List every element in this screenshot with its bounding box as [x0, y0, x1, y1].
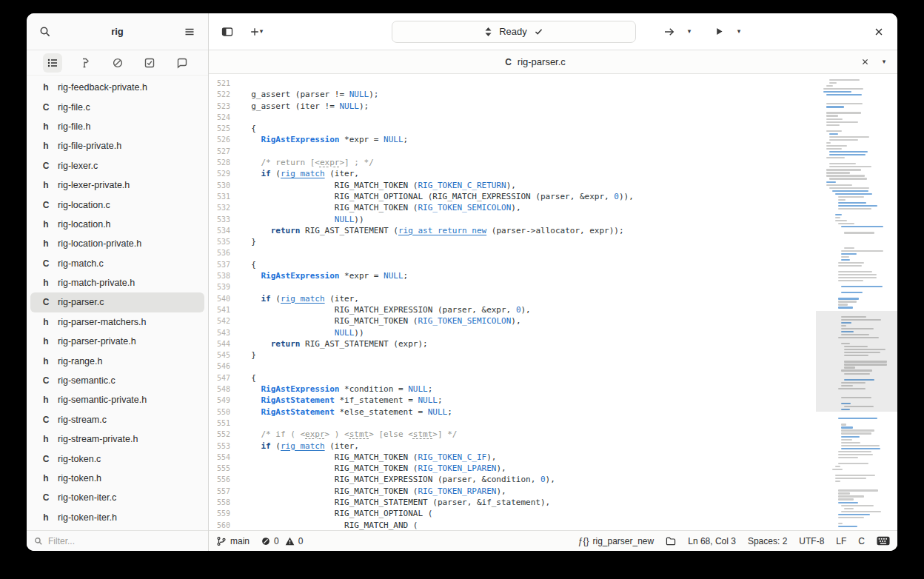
code-line-527[interactable]: 527	[209, 146, 816, 157]
minimap[interactable]	[816, 74, 897, 530]
code-line-548[interactable]: 548 RigAstExpression *condition = NULL;	[209, 384, 816, 395]
deploy-options-button[interactable]: ▾	[681, 21, 697, 43]
file-item-rig-stream.c[interactable]: Crig-stream.c	[30, 410, 204, 429]
code-line-525[interactable]: 525 {	[209, 123, 816, 134]
file-item-rig-location.c[interactable]: Crig-location.c	[30, 195, 204, 214]
file-item-rig-token.c[interactable]: Crig-token.c	[30, 449, 204, 468]
file-item-rig-lexer-private.h[interactable]: hrig-lexer-private.h	[30, 175, 204, 195]
code-line-547[interactable]: 547 {	[209, 372, 816, 384]
tab-list-dropdown-button[interactable]: ▾	[877, 53, 891, 71]
git-branch-indicator[interactable]: main	[216, 536, 250, 546]
file-item-rig-parser.c[interactable]: Crig-parser.c	[30, 292, 204, 312]
file-item-rig-token-iter.c[interactable]: Crig-token-iter.c	[30, 488, 204, 507]
code-line-558[interactable]: 558 RIG_MATCH_STATEMENT (parser, &if_sta…	[209, 497, 816, 508]
tab-project-tree[interactable]	[43, 53, 62, 73]
code-line-533[interactable]: 533 NULL))	[209, 214, 816, 225]
file-item-rig-feedback-private.h[interactable]: hrig-feedback-private.h	[30, 78, 204, 97]
code-line-554[interactable]: 554 RIG_MATCH_TOKEN (RIG_TOKEN_C_IF),	[209, 452, 816, 463]
line-ending-indicator[interactable]: LF	[836, 536, 846, 546]
code-text: RigAstExpression *expr = NULL;	[241, 134, 408, 145]
code-line-523[interactable]: 523 g_assert (iter != NULL);	[209, 101, 816, 112]
code-line-541[interactable]: 541 RIG_MATCH_EXPRESSION (parser, &expr,…	[209, 304, 816, 315]
tab-rig-parser[interactable]: C rig-parser.c	[215, 56, 856, 67]
language-indicator[interactable]: C	[858, 536, 865, 546]
code-line-545[interactable]: 545 }	[209, 349, 816, 361]
error-counter[interactable]: 0	[261, 536, 279, 546]
file-item-rig-parser-private.h[interactable]: hrig-parser-private.h	[30, 332, 204, 351]
code-line-532[interactable]: 532 RIG_MATCH_TOKEN (RIG_TOKEN_SEMICOLON…	[209, 202, 816, 213]
code-line-546[interactable]: 546	[209, 361, 816, 372]
tab-build[interactable]	[76, 53, 95, 73]
file-item-rig-token.h[interactable]: hrig-token.h	[30, 469, 204, 488]
code-line-531[interactable]: 531 RIG_MATCH_OPTIONAL (RIG_MATCH_EXPRES…	[209, 191, 816, 202]
current-symbol-indicator[interactable]: ƒ{} rig_parser_new	[578, 536, 654, 546]
code-line-540[interactable]: 540 if (rig_match (iter,	[209, 293, 816, 304]
file-item-rig-location.h[interactable]: hrig-location.h	[30, 215, 204, 234]
new-tab-button[interactable]: ▾	[241, 21, 271, 43]
file-item-rig-token-iter.h[interactable]: hrig-token-iter.h	[30, 508, 204, 527]
code-line-534[interactable]: 534 return RIG_AST_STATEMENT (rig_ast_re…	[209, 225, 816, 236]
code-line-539[interactable]: 539	[209, 281, 816, 292]
file-item-rig-stream-private.h[interactable]: hrig-stream-private.h	[30, 429, 204, 449]
code-line-560[interactable]: 560 RIG_MATCH_AND (	[209, 520, 816, 530]
file-item-rig-file.c[interactable]: Crig-file.c	[30, 97, 204, 116]
minimap-viewport[interactable]	[816, 311, 897, 412]
code-line-522[interactable]: 522 g_assert (parser != NULL);	[209, 89, 816, 100]
code-line-559[interactable]: 559 RIG_MATCH_OPTIONAL (	[209, 508, 816, 519]
code-line-537[interactable]: 537 {	[209, 259, 816, 270]
file-item-rig-parser-matchers.h[interactable]: hrig-parser-matchers.h	[30, 312, 204, 332]
code-line-553[interactable]: 553 if (rig_match (iter,	[209, 441, 816, 452]
code-line-535[interactable]: 535 }	[209, 236, 816, 247]
code-line-549[interactable]: 549 RigAstStatement *if_statement = NULL…	[209, 395, 816, 406]
code-text: RIG_MATCH_TOKEN (RIG_TOKEN_RPAREN),	[241, 486, 506, 497]
deploy-button[interactable]	[658, 21, 680, 43]
code-line-538[interactable]: 538 RigAstExpression *expr = NULL;	[209, 270, 816, 281]
code-editor[interactable]: 521522 g_assert (parser != NULL);523 g_a…	[209, 74, 816, 530]
code-line-524[interactable]: 524	[209, 112, 816, 123]
warning-counter[interactable]: 0	[285, 536, 304, 546]
toggle-sidebar-button[interactable]	[216, 21, 238, 43]
code-line-557[interactable]: 557 RIG_MATCH_TOKEN (RIG_TOKEN_RPAREN),	[209, 486, 816, 497]
omnibar-status[interactable]: Ready	[392, 21, 636, 43]
run-options-button[interactable]: ▾	[731, 21, 747, 43]
code-line-544[interactable]: 544 return RIG_AST_STATEMENT (expr);	[209, 338, 816, 349]
code-line-543[interactable]: 543 NULL))	[209, 327, 816, 338]
line-number: 558	[209, 497, 241, 508]
file-item-rig-file-private.h[interactable]: hrig-file-private.h	[30, 136, 204, 155]
file-item-rig-match-private.h[interactable]: hrig-match-private.h	[30, 273, 204, 292]
code-line-536[interactable]: 536	[209, 247, 816, 258]
line-number: 549	[209, 395, 241, 406]
run-button[interactable]	[708, 21, 730, 43]
file-item-rig-semantic.c[interactable]: Crig-semantic.c	[30, 371, 204, 390]
cursor-position-indicator[interactable]: Ln 68, Col 3	[688, 536, 736, 546]
code-line-530[interactable]: 530 RIG_MATCH_TOKEN (RIG_TOKEN_C_RETURN)…	[209, 180, 816, 191]
indentation-indicator[interactable]: Spaces: 2	[748, 536, 787, 546]
code-line-551[interactable]: 551	[209, 418, 816, 429]
window-close-button[interactable]	[868, 21, 890, 43]
search-button[interactable]	[34, 21, 56, 43]
file-item-rig-match.c[interactable]: Crig-match.c	[30, 254, 204, 273]
file-item-rig-location-private.h[interactable]: hrig-location-private.h	[30, 234, 204, 253]
code-line-526[interactable]: 526 RigAstExpression *expr = NULL;	[209, 134, 816, 145]
menu-button[interactable]	[178, 21, 201, 43]
code-line-550[interactable]: 550 RigAstStatement *else_statement = NU…	[209, 406, 816, 418]
file-item-rig-semantic-private.h[interactable]: hrig-semantic-private.h	[30, 390, 204, 409]
code-line-556[interactable]: 556 RIG_MATCH_EXPRESSION (parser, &condi…	[209, 474, 816, 485]
keyboard-layout-button[interactable]	[877, 536, 890, 546]
code-line-529[interactable]: 529 if (rig_match (iter,	[209, 168, 816, 179]
tab-close-button[interactable]	[856, 53, 874, 71]
file-item-rig-range.h[interactable]: hrig-range.h	[30, 351, 204, 370]
filter-input[interactable]	[48, 536, 201, 546]
tab-errors[interactable]	[108, 53, 127, 73]
file-item-rig-file.h[interactable]: hrig-file.h	[30, 117, 204, 136]
file-item-rig-lexer.c[interactable]: Crig-lexer.c	[30, 156, 204, 175]
code-line-521[interactable]: 521	[209, 78, 816, 89]
code-line-528[interactable]: 528 /* return [<expr>] ; */	[209, 157, 816, 168]
tab-chat[interactable]	[173, 53, 192, 73]
code-line-555[interactable]: 555 RIG_MATCH_TOKEN (RIG_TOKEN_LPAREN),	[209, 463, 816, 474]
code-line-552[interactable]: 552 /* if ( <expr> ) <stmt> [else <stmt>…	[209, 429, 816, 440]
encoding-indicator[interactable]: UTF-8	[799, 536, 824, 546]
project-folder-button[interactable]	[666, 537, 676, 546]
tab-todo[interactable]	[140, 53, 159, 73]
code-line-542[interactable]: 542 RIG_MATCH_TOKEN (RIG_TOKEN_SEMICOLON…	[209, 315, 816, 327]
